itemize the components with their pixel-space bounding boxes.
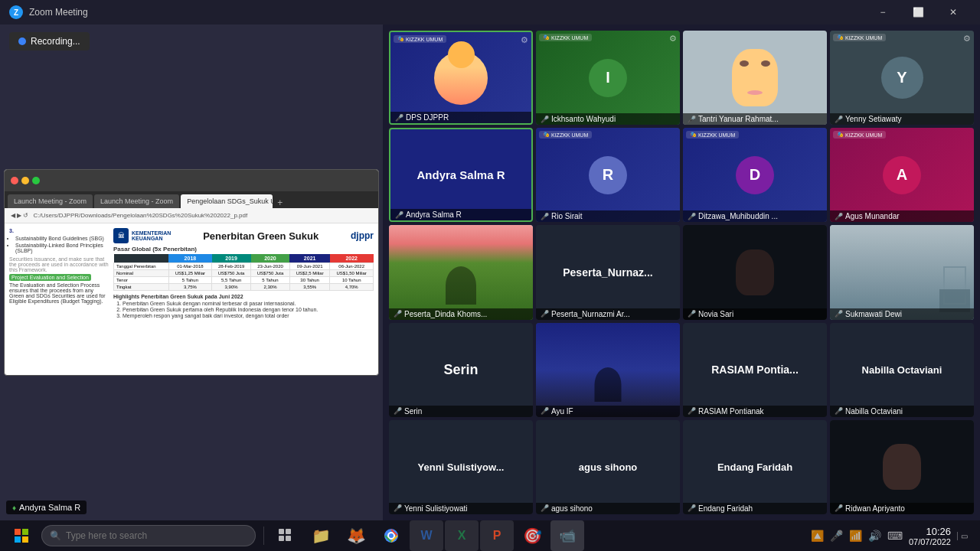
browser-max-dot[interactable]	[32, 177, 40, 184]
browser-tab-1[interactable]: Launch Meeting - Zoom	[8, 194, 93, 208]
excel-button[interactable]: X	[445, 520, 479, 551]
participant-tile-tantri[interactable]: 🎤 Tantri Yanuar Rahmat...	[683, 31, 827, 125]
screen-share-area: Launch Meeting - Zoom Launch Meeting - Z…	[0, 24, 383, 520]
participant-tile-endang[interactable]: Endang Faridah 🎤 Endang Faridah	[683, 420, 827, 514]
participant-tile-yenny[interactable]: 🎭KIZZKK UMUM ⚙ Y 🎤 Yenny Setiawaty	[830, 31, 974, 125]
tile-inner-17: Yenni Sulistiyow...	[389, 420, 533, 514]
browser-close-dot[interactable]	[11, 177, 18, 184]
kizzkk-badge-6: 🎭KIZZKK UMUM	[539, 131, 592, 139]
endang-name-display: Endang Faridah	[714, 461, 795, 473]
file-explorer-button[interactable]: 📁	[304, 520, 338, 551]
participant-tile-yenni-s[interactable]: Yenni Sulistiyow... 🎤 Yenni Sulistiyowat…	[389, 420, 533, 514]
app9-button[interactable]: 🎯	[515, 520, 549, 551]
face-sim-20	[883, 444, 921, 490]
cell-2021-4: 3,55%	[289, 284, 329, 291]
participant-tile-ayu[interactable]: 🎤 Ayu IF	[536, 323, 680, 417]
tile-inner-15: RASIAM Pontia...	[683, 323, 827, 417]
word-button[interactable]: W	[410, 520, 443, 551]
cell-2018-3: 5 Tahun	[168, 277, 212, 284]
tile-bg-2: 🎭KIZZKK UMUM ⚙ I	[536, 31, 680, 125]
tray-mic-icon[interactable]: 🎤	[830, 530, 843, 542]
serin-name-display: Serin	[443, 362, 478, 378]
tray-expand-icon[interactable]: 🔼	[811, 530, 824, 542]
powerpoint-button[interactable]: P	[480, 520, 514, 551]
tile-bg-1: 🎭KIZZKK UMUM ⚙	[390, 32, 531, 123]
zoom-button[interactable]: 📹	[550, 520, 584, 551]
participant-name-20: 🎤 Ridwan Apriyanto	[830, 503, 974, 514]
participant-tile-andyra[interactable]: Andyra Salma R 🎤 Andyra Salma R	[389, 128, 533, 222]
tray-volume-icon[interactable]: 🔊	[868, 530, 881, 542]
mic-icon-20: 🎤	[835, 504, 843, 512]
participant-tile-novia[interactable]: 🎤 Novia Sari	[683, 225, 827, 319]
ministry-info: 🏛 KEMENTERIANKEUANGAN	[113, 228, 171, 243]
browser-address-bar[interactable]: ◀ ▶ ↺ C:/Users/DJPPR/Downloads/Pengelola…	[5, 208, 378, 223]
tile-bg-11	[683, 225, 827, 319]
main-content: Launch Meeting - Zoom Launch Meeting - Z…	[0, 24, 980, 520]
tile-bg-14	[536, 323, 680, 417]
participant-tile-ickhsanto[interactable]: 🎭KIZZKK UMUM ⚙ I 🎤 Ickhsanto Wahyudi	[536, 31, 680, 125]
participant-name-10: 🎤 Peserta_Nurnazmi Ar...	[536, 308, 680, 320]
green-box-wrapper: Project Evaluation and Selection	[9, 275, 109, 280]
mic-icon-7: 🎤	[688, 213, 696, 220]
participant-tile-sukmawati[interactable]: 🎤 Sukmawati Dewi	[830, 225, 974, 319]
participant-tile-ditzawa[interactable]: 🎭KIZZKK UMUM D 🎤 Ditzawa_Muhibuddin ...	[683, 128, 827, 222]
table-col-2022: 2022	[330, 254, 374, 263]
presenter-name-badge: ♦ Andyra Salma R	[6, 500, 87, 514]
nabilla-name-display: Nabilla Octaviani	[859, 364, 946, 376]
table-col-2020: 2020	[251, 254, 290, 263]
kizzkk-badge-4: 🎭KIZZKK UMUM	[833, 34, 886, 41]
close-button[interactable]: ✕	[936, 0, 971, 24]
tile-inner-5: Andyra Salma R	[390, 129, 531, 220]
tile-inner-16: Nabilla Octaviani	[830, 323, 974, 417]
participant-tile-ridwan[interactable]: 🎤 Ridwan Apriyanto	[830, 420, 974, 514]
participant-name-13: 🎤 Serin	[389, 406, 533, 417]
participant-tile-nabilla[interactable]: Nabilla Octaviani 🎤 Nabilla Octaviani	[830, 323, 974, 417]
search-input[interactable]	[66, 530, 247, 541]
app-icon: Z	[9, 5, 23, 19]
participant-tile-rasiam[interactable]: RASIAM Pontia... 🎤 RASIAM Pontianak	[683, 323, 827, 417]
firefox-button[interactable]: 🦊	[339, 520, 373, 551]
start-button[interactable]	[6, 520, 37, 551]
clock[interactable]: 10:26 07/07/2022	[909, 526, 951, 546]
mic-icon-16: 🎤	[835, 407, 843, 415]
tray-network-icon[interactable]: 📶	[849, 530, 862, 542]
cell-2020-2: US$750 Juta	[251, 270, 290, 277]
browser-tab-2[interactable]: Launch Meeting - Zoom	[94, 194, 179, 208]
browser-tab-3[interactable]: Pengelolaan SDGs_Sukuk UTF...	[181, 194, 273, 208]
cell-2021-3: 30 Tahun	[289, 277, 329, 284]
chrome-button[interactable]	[374, 520, 408, 551]
face-dark-11	[736, 249, 774, 295]
tile-bg-12	[830, 225, 974, 319]
djppr-logo: djppr	[351, 230, 374, 241]
name-label-18: agus sihono	[551, 504, 593, 513]
address-text: C:/Users/DJPPR/Downloads/Pengelolaan%20S…	[33, 212, 247, 219]
participant-tile-agus-m[interactable]: 🎭KIZZKK UMUM A 🎤 Agus Munandar	[830, 128, 974, 222]
name-label-2: Ickhsanto Wahyudi	[551, 115, 616, 123]
browser-min-dot[interactable]	[21, 177, 29, 184]
svg-rect-1	[22, 529, 28, 535]
search-bar[interactable]: 🔍	[41, 525, 256, 546]
svg-rect-4	[279, 529, 284, 534]
task-view-button[interactable]	[269, 520, 302, 551]
participant-tile-dps-djppr[interactable]: 🎭KIZZKK UMUM ⚙ 🎤 DPS DJPPR	[389, 31, 533, 125]
participant-tile-nurnazmi[interactable]: Peserta_Nurnaz... 🎤 Peserta_Nurnazmi Ar.…	[536, 225, 680, 319]
tile-bg-4: 🎭KIZZKK UMUM ⚙ Y	[830, 31, 974, 125]
participant-name-5: 🎤 Andyra Salma R	[390, 209, 531, 220]
participant-tile-rio[interactable]: 🎭KIZZKK UMUM R 🎤 Rio Sirait	[536, 128, 680, 222]
system-tray: 🔼 🎤 📶 🔊 ⌨ 10:26 07/07/2022 ▭	[811, 526, 974, 546]
name-label-4: Yenny Setiawaty	[845, 115, 902, 123]
maximize-button[interactable]: ⬜	[900, 0, 936, 24]
participant-tile-agus-s[interactable]: agus sihono 🎤 agus sihono	[536, 420, 680, 514]
minimize-button[interactable]: −	[865, 0, 900, 24]
participant-tile-dinda[interactable]: 🎤 Peserta_Dinda Khoms...	[389, 225, 533, 319]
table-row-tanggal: Tanggal Penerbitan 01-Mar-2018 28-Feb-20…	[114, 263, 374, 270]
kizzkk-badge-1: 🎭KIZZKK UMUM	[394, 35, 446, 43]
svg-rect-7	[286, 536, 291, 541]
settings-icon-2: ⚙	[669, 34, 677, 44]
participant-name-18: 🎤 agus sihono	[536, 503, 680, 514]
show-desktop-icon[interactable]: ▭	[957, 532, 968, 540]
participant-tile-serin[interactable]: Serin 🎤 Serin	[389, 323, 533, 417]
new-tab-button[interactable]: +	[274, 197, 286, 208]
participant-name-1: 🎤 DPS DJPPR	[390, 112, 531, 123]
tray-keyboard-icon[interactable]: ⌨	[887, 530, 903, 542]
